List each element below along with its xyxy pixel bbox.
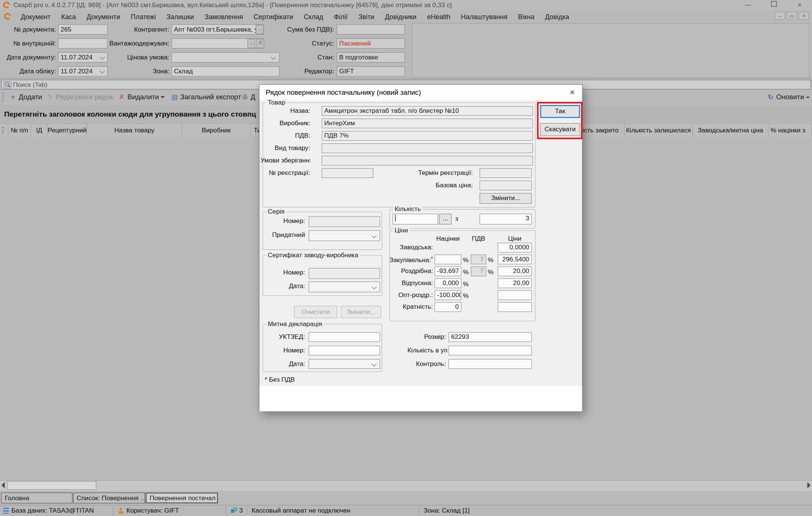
customs-number-field[interactable] [309,346,380,355]
series-valid-combo[interactable] [309,230,380,241]
delete-icon: ✗ [118,93,125,101]
control-field[interactable] [448,359,532,369]
export-icon: ▤ [171,93,178,101]
change-certificate-button[interactable]: Змінити... [341,306,381,318]
retail-vat-field: 7 [471,266,486,276]
producer-field[interactable]: ИнтерХим [321,118,533,128]
consignee-browse-button[interactable]: ... [248,39,256,48]
qty-in-pack-field[interactable] [448,346,532,355]
print-button[interactable]: 🖶Д [241,93,255,101]
selling-markup-field[interactable]: 0,000 [434,278,462,288]
add-button[interactable]: +Додати [9,93,42,101]
vat-field[interactable]: ПДВ 7% [321,131,533,141]
menu-directories[interactable]: Довідники [385,13,417,21]
refresh-dropdown-icon[interactable] [806,97,810,98]
quantity-input[interactable] [393,214,438,225]
uktzed-field[interactable] [309,332,380,342]
column-factory-price[interactable]: Заводська/митна ціна [693,124,769,137]
menu-branches[interactable]: Філії [334,13,348,21]
purchase-markup-field[interactable] [434,255,462,264]
menu-help[interactable]: Довідка [545,13,569,21]
purchase-price-label: Закупівельна:* [389,256,433,264]
column-markup-pct[interactable]: % націнки з [768,124,812,137]
scroll-left-icon[interactable] [2,482,5,489]
tab-supplier-return[interactable]: Повернення постачал .. [146,493,218,504]
mdi-close-button[interactable]: × [798,12,809,20]
menu-settings[interactable]: Налаштування [461,13,507,21]
export-button[interactable]: ▤Загальний експорт [171,93,241,101]
column-qty-closed[interactable]: ість закрито [583,124,625,137]
certificate-number-field[interactable] [309,268,380,279]
change-product-button[interactable]: Змінити... [480,193,532,204]
menu-ehealth[interactable]: eHealth [427,13,450,21]
menu-reports[interactable]: Звіти [358,13,374,21]
multiplicity-field[interactable]: 0 [434,302,462,312]
menu-document[interactable]: Документ [21,13,50,21]
menu-warehouse[interactable]: Склад [304,13,323,21]
refresh-button[interactable]: ↻Оновити [767,93,810,101]
tab-returns-list[interactable]: Список: Повернення ... [73,493,145,504]
tab-home[interactable]: Головна [1,493,73,504]
retail-price-field[interactable]: 20,00 [498,266,532,276]
registration-number-field[interactable] [321,168,373,178]
base-price-field[interactable] [480,181,532,190]
contractor-browse-button[interactable]: ... [256,25,264,34]
series-number-field[interactable] [309,216,380,227]
printer-icon: 🖶 [241,93,248,101]
retail-price-label: Роздрібна: [389,267,433,275]
close-button[interactable]: × [793,1,806,9]
retail-markup-field[interactable]: -93,697 [434,266,462,276]
product-name-field[interactable]: Амицитрон экстратаб табл. п/о блистер №1… [321,106,533,116]
menu-orders[interactable]: Замовлення [205,13,243,21]
quantity-of-label: з [455,215,462,222]
registration-term-field[interactable] [480,168,532,178]
purchase-price-field[interactable]: 296,5400 [498,255,532,264]
menu-payments[interactable]: Платежі [131,13,156,21]
wholesale-price-field[interactable] [498,290,532,300]
quantity-browse-button[interactable]: ... [439,214,452,225]
dialog-close-icon[interactable]: × [567,87,578,98]
column-prescription[interactable]: Рецептурний [48,124,87,137]
horizontal-scrollbar[interactable] [0,480,812,491]
minimize-button[interactable]: — [742,1,754,9]
consignee-clear-button[interactable]: X [256,39,264,48]
search-input[interactable]: Поиск (Tab) [13,81,47,88]
delete-dropdown-icon[interactable] [161,96,165,99]
toolbar-grip[interactable] [2,93,4,103]
selling-price-label: Відпускна: [389,279,433,287]
size-label: Розмір: [394,333,446,340]
restore-button[interactable] [768,1,780,9]
menu-kasa[interactable]: Каса [61,13,76,21]
contractor-field[interactable]: Апт №003 пгт.Барышевка, ул.Киев [171,24,264,35]
delete-button[interactable]: ✗Видалити [118,93,165,101]
column-product-name[interactable]: Назва товару [87,124,182,137]
price-condition-combo[interactable] [171,52,280,63]
menu-certificates[interactable]: Сертифікати [254,13,293,21]
column-row-number[interactable]: № п/п [8,124,31,137]
scrollbar-thumb[interactable] [7,481,96,490]
certificate-date-combo[interactable] [309,281,380,292]
column-qty-remaining[interactable]: Кількість залишилася [625,124,693,137]
doc-number-field[interactable]: 265 [58,24,108,35]
menu-documents[interactable]: Документи [87,13,120,21]
mdi-restore-button[interactable]: ▭ [787,12,797,20]
wholesale-markup-field[interactable]: -100,000 [434,290,462,300]
scroll-right-icon[interactable] [807,482,810,489]
menu-stock[interactable]: Залишки [166,13,194,21]
menu-windows[interactable]: Вікна [518,13,535,21]
size-field[interactable]: 62293 [448,332,532,342]
column-producer[interactable]: Виробник [182,124,251,137]
zone-status: Зона: Склад [1] [424,507,469,514]
storage-conditions-field[interactable] [321,156,533,165]
control-label: Контроль: [394,360,446,367]
search-icon [4,81,12,89]
mdi-minimize-button[interactable]: – [775,12,785,20]
clear-certificate-button[interactable]: Очистити [294,306,337,318]
column-id[interactable]: ІД [31,124,48,137]
doc-number-label: № документа: [0,26,56,33]
customs-date-combo[interactable] [309,359,380,369]
wholesale-retail-label: Опт-роздр.: [389,291,433,298]
edit-row-button[interactable]: ✎Редагувати рядок [47,93,113,101]
selling-price-field[interactable]: 20,00 [498,278,532,288]
product-kind-field[interactable] [321,143,533,153]
